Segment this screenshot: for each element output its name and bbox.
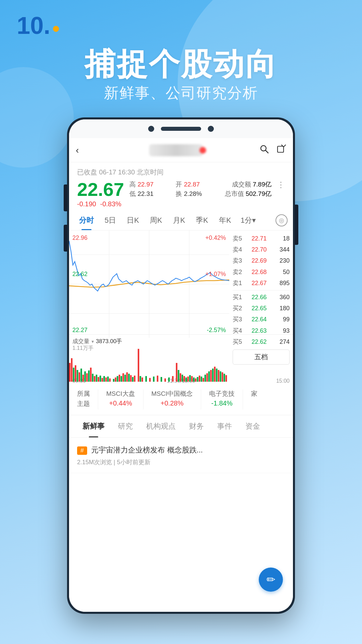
stock-info: 已收盘 06-17 16:30 北京时间 22.67 -0.190 -0.83%… bbox=[69, 162, 293, 211]
svg-rect-20 bbox=[90, 368, 92, 382]
nav-title-area bbox=[93, 144, 259, 156]
svg-rect-64 bbox=[195, 378, 197, 382]
svg-rect-27 bbox=[103, 376, 105, 382]
svg-rect-12 bbox=[75, 365, 76, 382]
volume-dropdown[interactable]: ▾ bbox=[92, 339, 94, 344]
svg-rect-51 bbox=[165, 378, 166, 382]
chart-price-low: 22.27 bbox=[72, 327, 87, 334]
notch-speaker bbox=[161, 127, 201, 131]
notch-camera-left bbox=[148, 126, 154, 132]
svg-rect-36 bbox=[122, 373, 124, 382]
tab-yuek[interactable]: 月K bbox=[168, 211, 190, 230]
svg-rect-22 bbox=[94, 376, 96, 382]
svg-rect-71 bbox=[208, 371, 210, 382]
ob-sell-5: 卖5 22.71 18 bbox=[233, 233, 290, 244]
stock-status: 已收盘 06-17 16:30 北京时间 bbox=[77, 168, 285, 177]
volume-row: 成交量 ▾ 3873.00手 1.11万手 bbox=[69, 334, 293, 378]
svg-rect-73 bbox=[212, 369, 214, 382]
right-col: 成交额 7.89亿 总市值 502.79亿 bbox=[225, 180, 277, 198]
svg-line-1 bbox=[265, 150, 268, 153]
search-icon[interactable] bbox=[259, 144, 269, 156]
app-header: 10. bbox=[17, 13, 59, 38]
line-chart-svg bbox=[69, 230, 229, 338]
hero-subtitle: 新鲜事、公司研究分析 bbox=[0, 83, 362, 103]
volume-label: 成交额 7.89亿 bbox=[225, 180, 272, 189]
nav-title-blurred bbox=[149, 144, 203, 156]
svg-rect-56 bbox=[180, 373, 181, 382]
svg-rect-65 bbox=[197, 377, 198, 382]
main-chart: 22.96 22.62 22.27 +0.42% +1.07% -2.57% bbox=[69, 230, 229, 338]
tab-institution-view[interactable]: 机构观点 bbox=[139, 415, 182, 437]
phone-button-right bbox=[295, 205, 298, 245]
open-label: 开 22.87 bbox=[176, 180, 219, 189]
svg-rect-39 bbox=[128, 374, 130, 382]
theme-item-msci-china[interactable]: MSCI中国概念 +0.28% bbox=[143, 389, 201, 410]
app-content: ‹ bbox=[69, 138, 293, 612]
share-icon[interactable] bbox=[277, 144, 286, 156]
content-tabs: 新鲜事 研究 机构观点 财务 事件 资金 bbox=[69, 415, 293, 438]
phone-button-left-2 bbox=[64, 225, 67, 252]
svg-rect-38 bbox=[126, 372, 128, 382]
svg-rect-47 bbox=[149, 378, 151, 382]
tab-niank[interactable]: 年K bbox=[214, 211, 236, 230]
phone-notch bbox=[69, 119, 293, 138]
svg-rect-17 bbox=[84, 371, 86, 382]
svg-rect-45 bbox=[141, 377, 143, 382]
ob-sell-4: 卖4 22.70 344 bbox=[233, 244, 290, 255]
svg-rect-69 bbox=[204, 375, 206, 382]
volume-value: 3873.00手 bbox=[96, 337, 122, 345]
tab-rik[interactable]: 日K bbox=[122, 211, 144, 230]
news-tag-1: # bbox=[77, 446, 87, 455]
svg-rect-23 bbox=[96, 375, 98, 382]
svg-rect-57 bbox=[182, 375, 183, 382]
tab-jik[interactable]: 季K bbox=[191, 211, 213, 230]
tab-fenshi[interactable]: 分时 bbox=[74, 211, 99, 230]
theme-item-esports[interactable]: 电子竞技 -1.84% bbox=[201, 389, 243, 410]
theme-item-belonging[interactable]: 所属 主题 bbox=[69, 389, 98, 410]
ob-buy-3: 买3 22.64 99 bbox=[233, 314, 290, 325]
fab-write-icon: ✏ bbox=[266, 573, 276, 586]
time-end: 15:00 bbox=[276, 378, 290, 384]
news-item-1[interactable]: # 元宇宙潜力企业榜发布 概念股跌... 2.15M次浏览 | 5小时前更新 bbox=[69, 438, 293, 473]
hero-title: 捕捉个股动向 bbox=[0, 44, 362, 85]
svg-rect-70 bbox=[206, 373, 208, 382]
svg-rect-21 bbox=[92, 374, 94, 382]
svg-rect-55 bbox=[178, 370, 179, 382]
news-title-1: 元宇宙潜力企业榜发布 概念股跌... bbox=[91, 446, 202, 454]
tab-zhouk[interactable]: 周K bbox=[145, 211, 167, 230]
svg-rect-16 bbox=[82, 375, 84, 382]
stock-price: 22.67 bbox=[77, 180, 124, 199]
more-icon[interactable]: ⋮ bbox=[277, 180, 285, 190]
svg-rect-28 bbox=[105, 377, 107, 382]
svg-rect-29 bbox=[107, 377, 109, 382]
svg-rect-67 bbox=[201, 377, 202, 382]
back-button[interactable]: ‹ bbox=[76, 145, 93, 156]
svg-rect-18 bbox=[86, 373, 88, 382]
nav-actions bbox=[259, 144, 286, 156]
fab-write-button[interactable]: ✏ bbox=[259, 568, 283, 592]
svg-rect-75 bbox=[216, 369, 218, 382]
tab-fresh-news[interactable]: 新鲜事 bbox=[76, 415, 111, 437]
theme-item-msci-big[interactable]: MSCI大盘 +0.44% bbox=[98, 389, 143, 410]
svg-rect-11 bbox=[73, 368, 74, 382]
svg-rect-48 bbox=[153, 377, 155, 382]
target-icon[interactable]: ◎ bbox=[276, 214, 288, 226]
svg-rect-50 bbox=[161, 377, 162, 382]
volume-label-area: 成交量 ▾ 3873.00手 bbox=[72, 337, 122, 345]
tab-events[interactable]: 事件 bbox=[210, 415, 239, 437]
theme-item-home[interactable]: 家 bbox=[243, 389, 265, 410]
tab-finance[interactable]: 财务 bbox=[182, 415, 210, 437]
svg-rect-62 bbox=[191, 376, 193, 382]
svg-rect-15 bbox=[80, 369, 82, 382]
tab-funds[interactable]: 资金 bbox=[239, 415, 267, 437]
svg-rect-37 bbox=[124, 375, 126, 382]
phone-mockup: ‹ bbox=[67, 117, 295, 614]
theme-row: 所属 主题 MSCI大盘 +0.44% MSCI中国概念 +0.28% 电子竞技… bbox=[69, 384, 293, 415]
stock-main-row: 22.67 -0.190 -0.83% 高 22.97 开 22.87 低 22… bbox=[77, 180, 285, 208]
svg-rect-52 bbox=[168, 377, 170, 382]
tab-1min-dropdown[interactable]: 1分▾ bbox=[237, 211, 259, 230]
turnover-value: 2.28% bbox=[184, 190, 202, 197]
tab-research[interactable]: 研究 bbox=[111, 415, 139, 437]
tab-5ri[interactable]: 5日 bbox=[100, 211, 121, 230]
svg-rect-76 bbox=[218, 370, 220, 382]
